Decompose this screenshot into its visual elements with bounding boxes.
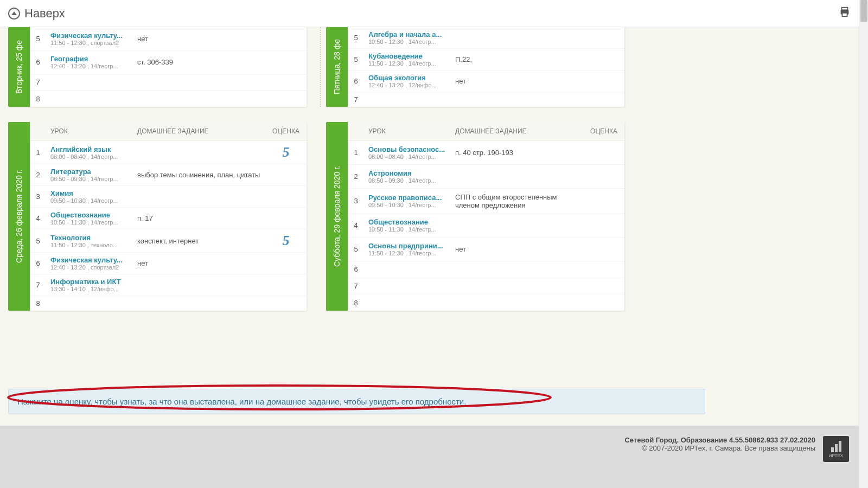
lesson-cell: Физическая культу...12:40 - 13:20 , спор… <box>46 253 133 274</box>
subject-link[interactable]: Основы предприни... <box>368 242 446 250</box>
footer-text: Сетевой Город. Образование 4.55.50862.93… <box>624 436 815 452</box>
lesson-number: 8 <box>30 91 46 107</box>
homework-cell[interactable]: ст. 306-339 <box>133 50 265 74</box>
grade-cell <box>265 186 307 208</box>
time-place: 12:40 - 13:20 , спортзал2 <box>50 264 129 271</box>
homework-text: СПП с общим второстепенным членом предло… <box>455 193 557 209</box>
subject-link[interactable]: Обществознание <box>50 211 129 219</box>
lesson-cell: Астрономия08:50 - 09:30 , 14/геогр... <box>364 164 451 188</box>
table-row: 3Химия09:50 - 10:30 , 14/геогр... <box>30 186 307 208</box>
grade-cell <box>583 188 624 214</box>
grade-cell[interactable]: 5 <box>265 229 307 253</box>
lesson-number: 2 <box>348 164 364 188</box>
lesson-cell <box>364 294 451 311</box>
subject-link[interactable]: Кубановедение <box>368 52 446 60</box>
homework-cell[interactable]: п. 40 стр. 190-193 <box>451 141 583 165</box>
lesson-number: 7 <box>348 92 364 107</box>
table-row: 6Общая экология12:40 - 13:20 , 12/инфо..… <box>348 70 624 92</box>
time-place: 08:50 - 09:30 , 14/геогр... <box>50 176 129 182</box>
subject-link[interactable]: Физическая культу... <box>50 256 129 264</box>
time-place: 08:00 - 08:40 , 14/геогр... <box>50 153 129 160</box>
lesson-number: 4 <box>30 208 46 229</box>
info-box-wrap: Нажмите на оценку, чтобы узнать, за что … <box>8 389 705 414</box>
lesson-cell <box>364 278 451 294</box>
lesson-number: 5 <box>348 49 364 70</box>
day-label: Среда, 26 февраля 2020 г. <box>8 122 30 311</box>
homework-text: ст. 306-339 <box>137 58 173 66</box>
up-button[interactable]: Наверх <box>8 7 65 21</box>
subject-link[interactable]: Английский язык <box>50 145 129 153</box>
subject-link[interactable]: Русское правописа... <box>368 194 446 202</box>
homework-cell <box>451 214 583 237</box>
subject-link[interactable]: Обществознание <box>368 218 446 226</box>
homework-cell[interactable]: конспект, интернет <box>133 229 265 253</box>
homework-cell <box>133 141 265 164</box>
homework-cell <box>451 294 583 311</box>
subject-link[interactable]: Химия <box>50 189 129 197</box>
homework-cell <box>133 296 265 311</box>
homework-cell <box>451 278 583 294</box>
homework-cell[interactable]: нет <box>133 253 265 274</box>
homework-cell[interactable]: П.22, <box>451 49 583 70</box>
time-place: 12:40 - 13:20 , 14/геогр... <box>50 63 129 69</box>
homework-cell[interactable]: нет <box>133 27 265 50</box>
table-row: 1Английский язык08:00 - 08:40 , 14/геогр… <box>30 141 307 164</box>
lesson-cell <box>46 91 133 107</box>
time-place: 10:50 - 11:30 , 14/геогр... <box>50 219 129 226</box>
lesson-number: 7 <box>30 274 46 296</box>
subject-link[interactable]: География <box>50 55 129 63</box>
subject-link[interactable]: Информатика и ИКТ <box>50 278 129 286</box>
print-icon[interactable] <box>839 6 851 21</box>
lesson-cell: Общая экология12:40 - 13:20 , 12/инфо... <box>364 70 451 92</box>
table-row: 2Литература08:50 - 09:30 , 14/геогр...вы… <box>30 164 307 186</box>
lesson-number: 6 <box>30 50 46 74</box>
subject-link[interactable]: Алгебра и начала а... <box>368 30 446 38</box>
scrollbar[interactable] <box>859 0 868 488</box>
grade-cell <box>265 208 307 229</box>
subject-link[interactable]: Физическая культу... <box>50 31 129 40</box>
homework-cell <box>133 74 265 91</box>
homework-text: п. 17 <box>137 214 153 222</box>
homework-cell[interactable]: СПП с общим второстепенным членом предло… <box>451 188 583 214</box>
grade-cell <box>265 27 307 50</box>
header-grade: ОЦЕНКА <box>583 122 624 141</box>
lesson-number: 1 <box>30 141 46 164</box>
homework-cell[interactable]: выбор темы сочинения, план, цитаты <box>133 164 265 186</box>
table-row: 8 <box>30 296 307 311</box>
subject-link[interactable]: Литература <box>50 168 129 176</box>
grade-cell <box>265 91 307 107</box>
table-row: 6Физическая культу...12:40 - 13:20 , спо… <box>30 253 307 274</box>
grade-cell[interactable]: 5 <box>265 141 307 164</box>
time-place: 08:00 - 08:40 , 14/геогр... <box>368 153 446 160</box>
topbar: Наверх <box>0 0 859 27</box>
header-lesson: УРОК <box>364 122 451 141</box>
lesson-number: 4 <box>348 214 364 237</box>
lesson-number: 3 <box>348 188 364 214</box>
lesson-cell: Информатика и ИКТ13:30 - 14:10 , 12/инфо… <box>46 274 133 296</box>
lesson-cell: Технология11:50 - 12:30 , техноло... <box>46 229 133 253</box>
scrollbar-thumb[interactable] <box>860 0 867 22</box>
header-homework: ДОМАШНЕЕ ЗАДАНИЕ <box>133 122 265 141</box>
grade-cell <box>265 50 307 74</box>
footer: Сетевой Город. Образование 4.55.50862.93… <box>0 426 859 488</box>
subject-link[interactable]: Астрономия <box>368 169 446 177</box>
homework-cell <box>451 27 583 49</box>
lesson-cell: Основы безопаснос...08:00 - 08:40 , 14/г… <box>364 141 451 165</box>
grade-cell <box>583 164 624 188</box>
homework-cell <box>451 261 583 278</box>
day-label: Вторник, 25 фе <box>8 27 30 107</box>
homework-cell <box>133 274 265 296</box>
grade-value: 5 <box>283 144 290 160</box>
homework-cell[interactable]: п. 17 <box>133 208 265 229</box>
grade-cell <box>583 27 624 49</box>
table-row: 3Русское правописа...09:50 - 10:30 , 14/… <box>348 188 624 214</box>
footer-line1: Сетевой Город. Образование 4.55.50862.93… <box>624 436 815 444</box>
time-place: 10:50 - 12:30 , 14/геогр... <box>368 38 446 45</box>
day-card-sat: Суббота, 29 февраля 2020 г. УРОК ДОМАШНЕ… <box>326 122 624 311</box>
subject-link[interactable]: Технология <box>50 234 129 242</box>
homework-cell[interactable]: нет <box>451 237 583 261</box>
subject-link[interactable]: Основы безопаснос... <box>368 145 446 153</box>
subject-link[interactable]: Общая экология <box>368 74 446 82</box>
lesson-number: 6 <box>348 261 364 278</box>
homework-cell[interactable]: нет <box>451 70 583 92</box>
